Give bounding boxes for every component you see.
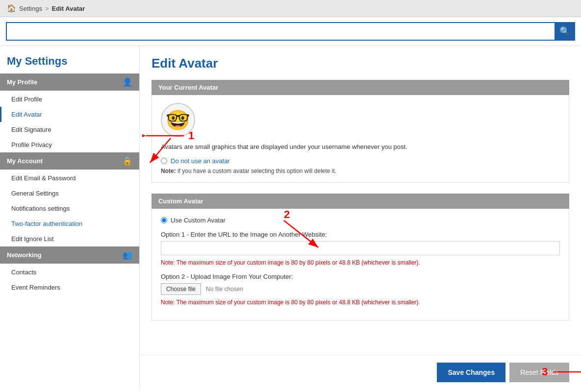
custom-avatar-body: Use Custom Avatar Option 1 - Enter the U… (152, 209, 569, 321)
sidebar-item-contacts[interactable]: Contacts (0, 265, 139, 280)
sidebar-item-notifications-settings[interactable]: Notifications settings (0, 201, 139, 216)
sidebar-item-edit-avatar[interactable]: Edit Avatar (0, 107, 139, 122)
breadcrumb-sep: > (45, 5, 49, 12)
sidebar-item-profile-privacy[interactable]: Profile Privacy (0, 137, 139, 152)
current-avatar-body: 🤓 Avatars are small graphics that are di… (152, 95, 569, 183)
lock-icon: 🔒 (123, 156, 132, 166)
save-changes-button[interactable]: Save Changes (437, 363, 505, 382)
sidebar-item-general-settings[interactable]: General Settings (0, 186, 139, 201)
no-avatar-radio[interactable] (161, 158, 167, 164)
content-area: Edit Avatar Your Current Avatar 🤓 Avatar… (140, 46, 581, 355)
search-input[interactable] (6, 22, 555, 41)
sidebar-section-my-profile: My Profile 👤 (0, 74, 139, 91)
main-layout: My Settings My Profile 👤 Edit Profile Ed… (0, 46, 581, 389)
custom-avatar-section: Custom Avatar Use Custom Avatar Option 1… (152, 194, 569, 321)
breadcrumb-current: Edit Avatar (52, 5, 85, 12)
no-avatar-note: Note: if you have a custom avatar select… (161, 168, 560, 174)
current-avatar-section: Your Current Avatar 🤓 Avatars are small … (152, 80, 569, 183)
search-button[interactable]: 🔍 (555, 22, 575, 41)
option1-label: Option 1 - Enter the URL to the Image on… (161, 231, 560, 238)
avatar-description: Avatars are small graphics that are disp… (161, 143, 560, 150)
use-custom-avatar-row[interactable]: Use Custom Avatar (161, 217, 560, 224)
avatar-image: 🤓 (161, 103, 195, 137)
reset-fields-button[interactable]: Reset Fields (509, 363, 569, 382)
sidebar-section-label-networking: Networking (7, 251, 42, 259)
sidebar-item-two-factor-auth[interactable]: Two-factor authentication (0, 216, 139, 231)
no-avatar-note-text: if you have a custom avatar selecting th… (177, 168, 336, 174)
sidebar: My Settings My Profile 👤 Edit Profile Ed… (0, 46, 140, 389)
sidebar-item-edit-ignore-list[interactable]: Edit Ignore List (0, 231, 139, 246)
use-custom-radio[interactable] (161, 217, 167, 223)
sidebar-title: My Settings (0, 46, 139, 74)
no-avatar-label: Do not use an avatar (171, 157, 230, 165)
home-icon: 🏠 (7, 4, 16, 13)
current-avatar-header: Your Current Avatar (152, 80, 569, 95)
url-input[interactable] (161, 241, 560, 255)
choose-file-button[interactable]: Choose file (161, 283, 201, 295)
page-title: Edit Avatar (152, 56, 569, 71)
sidebar-section-label-my-account: My Account (7, 157, 43, 165)
two-factor-auth-link[interactable]: Two-factor authentication (11, 220, 82, 227)
sidebar-item-event-reminders[interactable]: Event Reminders (0, 280, 139, 295)
sidebar-section-label-my-profile: My Profile (7, 78, 37, 86)
no-avatar-option[interactable]: Do not use an avatar (161, 157, 560, 165)
file-upload-row: Choose file No file chosen (161, 283, 560, 295)
option2-note: Note: The maximum size of your custom im… (161, 299, 560, 306)
custom-avatar-header: Custom Avatar (152, 194, 569, 209)
breadcrumb-parent: Settings (19, 5, 42, 12)
sidebar-section-my-account: My Account 🔒 (0, 152, 139, 170)
networking-icon: 👥 (123, 250, 132, 260)
sidebar-item-edit-email-password[interactable]: Edit Email & Password (0, 171, 139, 186)
sidebar-item-edit-signature[interactable]: Edit Signature (0, 122, 139, 137)
sidebar-section-networking: Networking 👥 (0, 246, 139, 264)
option2-label: Option 2 - Upload Image From Your Comput… (161, 273, 560, 280)
use-custom-label: Use Custom Avatar (171, 217, 226, 224)
bottom-bar: 3 Save Changes Reset Fields (140, 355, 581, 389)
note-label: Note: (161, 168, 176, 174)
search-bar-container: 🔍 (0, 17, 581, 46)
topbar: 🏠 Settings > Edit Avatar (0, 0, 581, 17)
person-icon: 👤 (123, 77, 132, 87)
sidebar-item-edit-profile[interactable]: Edit Profile (0, 92, 139, 107)
option1-note: Note: The maximum size of your custom im… (161, 259, 560, 266)
search-icon: 🔍 (559, 26, 570, 37)
no-file-text: No file chosen (206, 286, 243, 293)
